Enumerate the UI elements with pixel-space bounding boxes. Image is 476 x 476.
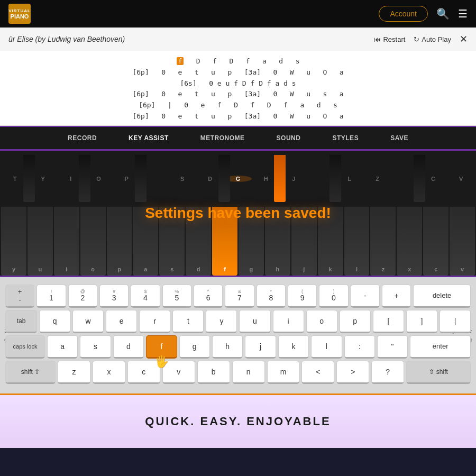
vkb-key-x[interactable]: x xyxy=(93,361,125,384)
toolbar-key-assist[interactable]: KEY ASSIST xyxy=(129,134,169,142)
vkb-key-minus[interactable]: - xyxy=(351,285,380,308)
piano-key-a[interactable]: a xyxy=(133,207,158,276)
vkb-key-plus[interactable]: + xyxy=(382,285,411,308)
vkb-key-z[interactable]: z xyxy=(58,361,90,384)
key-label-O[interactable]: O xyxy=(85,176,113,182)
toolbar-styles[interactable]: STYLES xyxy=(332,134,359,142)
vkb-key-w[interactable]: w xyxy=(72,310,104,333)
restart-button[interactable]: ⏮ Restart xyxy=(374,35,405,43)
vkb-key-pipe[interactable]: | xyxy=(440,310,471,333)
vkb-key-i[interactable]: i xyxy=(273,310,304,333)
vkb-key-enter[interactable]: enter xyxy=(410,335,471,359)
vkb-key-2[interactable]: @2 xyxy=(68,285,97,308)
key-label-C[interactable]: C xyxy=(419,176,447,182)
vkb-key-l[interactable]: l xyxy=(311,335,342,359)
vkb-key-gt[interactable]: > xyxy=(336,361,369,384)
vkb-key-j[interactable]: j xyxy=(245,335,276,359)
song-bar: ür Elise (by Ludwig van Beethoven) ⏮ Res… xyxy=(0,28,476,51)
vkb-key-d[interactable]: d xyxy=(113,335,144,359)
vkb-key-colon[interactable]: : xyxy=(344,335,375,359)
vkb-shift-right[interactable]: ⇧ shift xyxy=(406,361,471,384)
menu-icon[interactable]: ☰ xyxy=(458,7,468,20)
vkb-key-f[interactable]: f 🖐 xyxy=(146,335,177,359)
key-label-H[interactable]: H xyxy=(252,176,280,182)
vkb-key-delete[interactable]: delete xyxy=(413,285,471,308)
piano-key-d[interactable]: d xyxy=(186,207,211,276)
key-label-S[interactable]: S xyxy=(168,176,196,182)
vkb-key-p[interactable]: p xyxy=(340,310,371,333)
close-button[interactable]: ✕ xyxy=(460,33,468,45)
vkb-key-q[interactable]: q xyxy=(39,310,70,333)
vkb-key-t[interactable]: t xyxy=(172,310,204,333)
vkb-key-s[interactable]: s xyxy=(80,335,111,359)
vkb-key-7[interactable]: &7 xyxy=(225,285,254,308)
vkb-key-a[interactable]: a xyxy=(47,335,78,359)
vkb-key-o[interactable]: o xyxy=(306,310,337,333)
piano-key-h[interactable]: h xyxy=(265,207,290,276)
vkb-plus-minus[interactable]: + - xyxy=(5,285,34,308)
vkb-key-h[interactable]: h xyxy=(212,335,243,359)
piano-key-y[interactable]: y xyxy=(1,207,26,276)
piano-key-k[interactable]: k xyxy=(318,207,343,276)
vkb-key-k[interactable]: k xyxy=(278,335,309,359)
piano-key-c[interactable]: c xyxy=(423,207,448,276)
search-icon[interactable]: 🔍 xyxy=(436,7,450,20)
autoplay-button[interactable]: ↻ Auto Play xyxy=(414,35,451,43)
piano-key-f[interactable]: f xyxy=(212,207,237,276)
toolbar-sound[interactable]: SOUND xyxy=(277,134,301,142)
vkb-key-e[interactable]: e xyxy=(106,310,137,333)
vkb-key-c[interactable]: c xyxy=(127,361,160,384)
key-label-J[interactable]: J xyxy=(280,176,308,182)
piano-key-o[interactable]: o xyxy=(80,207,106,276)
vkb-key-y[interactable]: y xyxy=(206,310,237,333)
key-label-Y[interactable]: Y xyxy=(29,176,57,182)
vkb-key-lt[interactable]: < xyxy=(301,361,334,384)
vkb-key-u[interactable]: u xyxy=(239,310,270,333)
vkb-tab[interactable]: tab xyxy=(5,310,37,333)
toolbar-record[interactable]: RECORD xyxy=(68,134,97,142)
vkb-key-5[interactable]: %5 xyxy=(162,285,191,308)
vkb-key-8[interactable]: *8 xyxy=(257,285,286,308)
vkb-key-4[interactable]: $4 xyxy=(131,285,160,308)
vkb-key-m[interactable]: m xyxy=(267,361,300,384)
key-label-D[interactable]: D xyxy=(196,176,224,182)
vkb-key-bracket-open[interactable]: [ xyxy=(373,310,404,333)
piano-key-l[interactable]: l xyxy=(344,207,370,276)
logo-top: VIRTUAL xyxy=(8,8,31,13)
key-label-I[interactable]: I xyxy=(57,176,85,182)
toolbar-save[interactable]: SAVE xyxy=(390,134,408,142)
vkb-shift-left[interactable]: shift ⇧ xyxy=(5,361,56,384)
vkb-key-b[interactable]: b xyxy=(197,361,230,384)
vkb-key-6[interactable]: ^6 xyxy=(194,285,223,308)
piano-key-g[interactable]: g xyxy=(239,207,264,276)
vkb-key-9[interactable]: (9 xyxy=(288,285,317,308)
piano-key-v[interactable]: v xyxy=(450,207,475,276)
piano-key-i[interactable]: i xyxy=(54,207,79,276)
vkb-key-bracket-close[interactable]: ] xyxy=(406,310,437,333)
vkb-key-quote[interactable]: " xyxy=(377,335,408,359)
vkb-key-r[interactable]: r xyxy=(139,310,170,333)
key-label-L[interactable]: L xyxy=(335,176,363,182)
key-label-V[interactable]: V xyxy=(447,176,475,182)
piano-key-u[interactable]: u xyxy=(28,207,53,276)
sheet-line-6: [6p] 0 e t u p [3a] 0 W u O a xyxy=(0,111,476,122)
vkb-key-1[interactable]: !1 xyxy=(36,285,66,308)
piano-key-z[interactable]: z xyxy=(370,207,396,276)
piano-key-j[interactable]: j xyxy=(291,207,317,276)
key-label-T[interactable]: T xyxy=(1,176,29,182)
key-label-P[interactable]: P xyxy=(113,176,141,182)
piano-key-p[interactable]: p xyxy=(107,207,132,276)
key-label-G[interactable]: G xyxy=(224,176,252,182)
toolbar-metronome[interactable]: METRONOME xyxy=(200,134,245,142)
vkb-key-g[interactable]: g xyxy=(179,335,210,359)
vkb-key-3[interactable]: #3 xyxy=(99,285,129,308)
vkb-caps-lock[interactable]: caps lock xyxy=(5,335,45,359)
vkb-key-n[interactable]: n xyxy=(232,361,265,384)
vkb-key-v[interactable]: v xyxy=(162,361,195,384)
key-label-Z[interactable]: Z xyxy=(363,176,391,182)
vkb-key-question[interactable]: ? xyxy=(371,361,404,384)
piano-key-x[interactable]: x xyxy=(397,207,422,276)
vkb-key-0[interactable]: )0 xyxy=(319,285,348,308)
piano-key-s[interactable]: s xyxy=(159,207,185,276)
account-button[interactable]: Account xyxy=(379,6,428,22)
